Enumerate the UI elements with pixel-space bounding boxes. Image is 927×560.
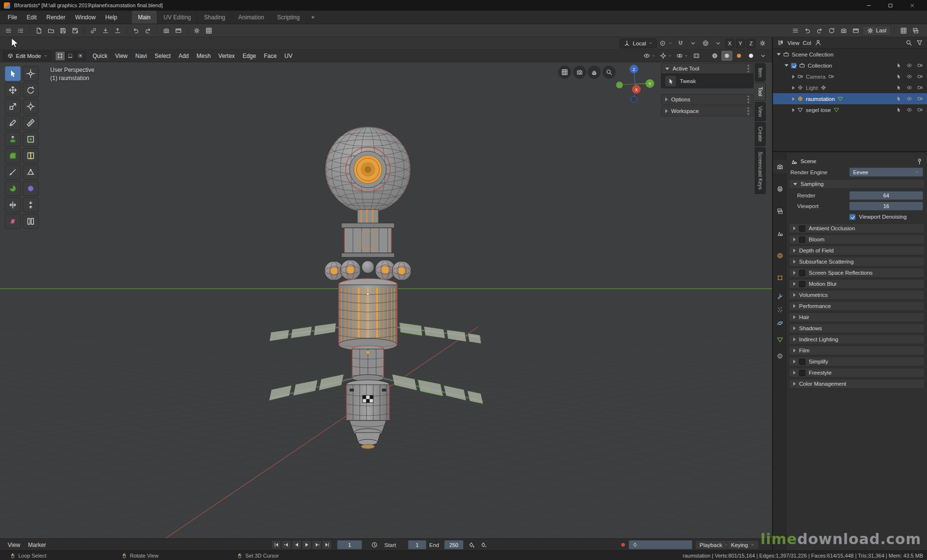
select-mode-edge[interactable] — [65, 51, 75, 61]
mirror-x-control[interactable]: X — [725, 39, 734, 48]
tool-edge-slide[interactable] — [5, 197, 21, 212]
split-area-button[interactable] — [203, 26, 214, 36]
render-anim-button[interactable] — [850, 26, 861, 36]
repeat-last-button[interactable]: Last — [862, 26, 891, 36]
expand-arrow-icon[interactable] — [792, 75, 795, 79]
section-performance[interactable]: Performance — [789, 301, 925, 311]
tool-settings-options-control[interactable] — [757, 38, 768, 48]
workspace-tab-uv-editing[interactable]: UV Editing — [157, 11, 198, 24]
motion-blur-checkbox[interactable] — [799, 281, 805, 287]
close-button[interactable] — [901, 0, 923, 11]
eye-toggle[interactable] — [905, 107, 913, 113]
section-ambient-occlusion[interactable]: Ambient Occlusion — [789, 224, 925, 233]
insert-keyframe-button[interactable] — [467, 540, 477, 549]
viewport-menu-face[interactable]: Face — [260, 53, 281, 59]
outliner-item-label[interactable]: raumstation — [806, 96, 835, 102]
mirror-y-control[interactable]: Y — [736, 39, 745, 48]
outliner-row-scene-collection[interactable]: Scene Collection — [773, 49, 927, 60]
tool-rotate[interactable] — [23, 83, 39, 98]
play-reverse-button[interactable] — [292, 540, 301, 549]
sidebar-tab-item[interactable]: Item — [755, 63, 766, 82]
pin-icon[interactable] — [916, 158, 923, 165]
pointer-toggle[interactable] — [895, 73, 903, 80]
eye-toggle[interactable] — [905, 62, 913, 69]
collapse-arrow-icon[interactable] — [777, 53, 781, 56]
outliner-row-segel-lose[interactable]: segel lose — [773, 104, 927, 115]
sidebar-tab-create[interactable]: Create — [755, 122, 766, 146]
screen-space-reflections-checkbox[interactable] — [799, 270, 805, 276]
start-frame-field[interactable]: 1 — [408, 540, 426, 549]
viewport-denoising-checkbox[interactable] — [849, 214, 856, 220]
workspace-tab-shading[interactable]: Shading — [197, 11, 232, 24]
viewport-3d[interactable]: User Perspective (1) raumstation Z Y X A… — [0, 62, 772, 538]
menu-window[interactable]: Window — [70, 14, 100, 21]
timeline-menu-marker[interactable]: Marker — [24, 539, 50, 551]
expand-arrow-icon[interactable] — [792, 97, 795, 101]
physics-properties-tab[interactable] — [773, 316, 787, 330]
undo-history-button[interactable] — [802, 26, 813, 36]
tool-spin[interactable] — [5, 181, 21, 196]
shading-options-button[interactable] — [758, 51, 769, 61]
viewport-menu-quick[interactable]: Quick — [89, 53, 112, 59]
viewport-menu-navi[interactable]: Navi — [131, 53, 151, 59]
tool-measure[interactable] — [23, 115, 39, 130]
camera-obj-toggle[interactable] — [916, 62, 924, 69]
section-subsurface-scattering[interactable]: Subsurface Scattering — [789, 257, 925, 266]
timeline-menu-view[interactable]: View — [4, 539, 24, 551]
modifiers-properties-tab[interactable] — [773, 289, 787, 303]
current-frame-field[interactable]: 1 — [337, 540, 362, 549]
expand-arrow-icon[interactable] — [792, 86, 795, 90]
tool-cursor[interactable] — [23, 66, 39, 81]
mode-dropdown[interactable]: Edit Mode — [3, 51, 52, 61]
preview-range-toggle[interactable] — [369, 540, 379, 549]
outliner-row-collection[interactable]: Collection — [773, 60, 927, 71]
end-frame-field[interactable]: 250 — [444, 540, 464, 549]
outliner-row-light[interactable]: Light — [773, 82, 927, 93]
tool-move[interactable] — [5, 83, 21, 98]
snap-toggle-control[interactable] — [675, 38, 686, 48]
shading-solid-button[interactable] — [721, 51, 732, 61]
scene-properties-tab[interactable] — [773, 226, 787, 240]
particles-properties-tab[interactable] — [773, 303, 787, 316]
render-still-button[interactable] — [838, 26, 849, 36]
render-engine-select[interactable]: Eevee — [849, 168, 923, 177]
render-image-button[interactable] — [161, 26, 172, 36]
show-gizmos-button[interactable] — [658, 51, 674, 61]
editor-type-button[interactable] — [3, 26, 14, 36]
outliner-editor-icon[interactable] — [777, 39, 784, 46]
viewport-menu-uv[interactable]: UV — [281, 53, 296, 59]
snap-settings-control[interactable] — [688, 38, 699, 48]
pointer-toggle[interactable] — [895, 62, 903, 69]
section-freestyle[interactable]: Freestyle — [789, 368, 925, 378]
active-keying-set-field[interactable] — [629, 540, 692, 549]
browse-scene-button[interactable] — [898, 26, 909, 36]
section-hair[interactable]: Hair — [789, 312, 925, 322]
outliner-item-label[interactable]: Light — [806, 85, 818, 91]
repeat-button[interactable] — [826, 26, 837, 36]
outliner-item-label[interactable]: Collection — [808, 63, 832, 69]
import-button[interactable] — [100, 26, 111, 36]
menu-file[interactable]: File — [3, 14, 22, 21]
shading-material-button[interactable] — [733, 51, 744, 61]
minimize-button[interactable] — [858, 0, 880, 11]
object-properties-tab[interactable] — [773, 271, 787, 284]
tool-scale[interactable] — [5, 99, 21, 114]
tool-transform[interactable] — [23, 99, 39, 114]
section-shadows[interactable]: Shadows — [789, 323, 925, 333]
maximize-button[interactable] — [880, 0, 901, 11]
previous-keyframe-button[interactable] — [281, 540, 291, 549]
ambient-occlusion-checkbox[interactable] — [799, 225, 805, 232]
expand-arrow-icon[interactable] — [792, 108, 795, 112]
tool-rip-region[interactable] — [23, 214, 39, 229]
section-depth-of-field[interactable]: Depth of Field — [789, 246, 925, 255]
viewport-menu-view[interactable]: View — [111, 53, 131, 59]
simplify-checkbox[interactable] — [799, 359, 805, 365]
collapse-arrow-icon[interactable] — [785, 64, 788, 67]
outliner-row-camera[interactable]: Camera — [773, 71, 927, 82]
viewport-menu-vertex[interactable]: Vertex — [214, 53, 239, 59]
workspace-list-button[interactable] — [15, 26, 26, 36]
camera-obj-toggle[interactable] — [916, 84, 924, 91]
eye-toggle[interactable] — [905, 96, 913, 102]
export-button[interactable] — [112, 26, 123, 36]
editor-menu-button[interactable] — [790, 26, 801, 36]
